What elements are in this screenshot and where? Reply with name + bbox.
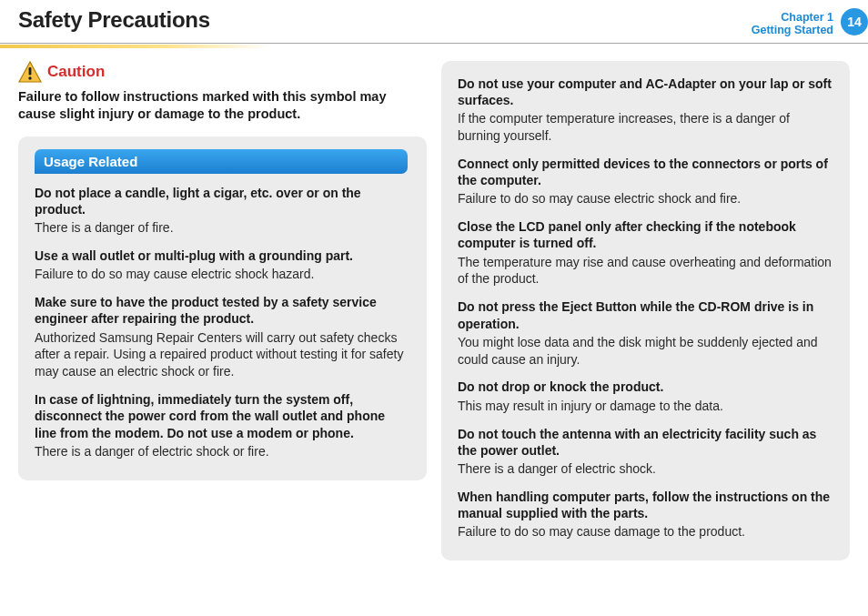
item-heading: In case of lightning, immediately turn t… bbox=[35, 391, 410, 441]
list-item: Make sure to have the product tested by … bbox=[35, 294, 410, 380]
page-number-badge: 14 bbox=[841, 8, 868, 35]
item-body: There is a danger of fire. bbox=[35, 219, 410, 237]
header-right: Chapter 1 Getting Started 14 bbox=[752, 7, 868, 37]
right-panel: Do not use your computer and AC-Adapter … bbox=[441, 61, 850, 560]
item-body: This may result in injury or damage to t… bbox=[458, 398, 833, 415]
header-rule bbox=[0, 43, 868, 46]
list-item: In case of lightning, immediately turn t… bbox=[35, 391, 410, 459]
item-heading: Do not place a candle, light a cigar, et… bbox=[35, 185, 410, 217]
list-item: Do not touch the antenna with an electri… bbox=[458, 426, 833, 478]
chapter-line-2: Getting Started bbox=[752, 24, 833, 36]
item-body: Failure to do so may cause damage to the… bbox=[458, 523, 833, 540]
item-heading: Do not drop or knock the product. bbox=[458, 379, 833, 395]
item-heading: Do not use your computer and AC-Adapter … bbox=[458, 76, 833, 108]
caution-label: Caution bbox=[47, 63, 105, 81]
item-heading: Do not press the Eject Button while the … bbox=[458, 298, 833, 331]
content-columns: Caution Failure to follow instructions m… bbox=[0, 46, 868, 560]
left-column: Caution Failure to follow instructions m… bbox=[18, 61, 427, 560]
list-item: Do not press the Eject Button while the … bbox=[458, 298, 833, 368]
item-heading: When handling computer parts, follow the… bbox=[458, 489, 833, 521]
caution-description: Failure to follow instructions marked wi… bbox=[18, 88, 427, 124]
item-heading: Close the LCD panel only after checking … bbox=[458, 218, 833, 251]
right-column: Do not use your computer and AC-Adapter … bbox=[441, 61, 850, 560]
svg-rect-1 bbox=[29, 67, 32, 76]
item-body: The temperature may rise and cause overh… bbox=[458, 254, 833, 288]
list-item: Close the LCD panel only after checking … bbox=[458, 218, 833, 288]
page-header: Safety Precautions Chapter 1 Getting Sta… bbox=[0, 0, 868, 37]
chapter-line-1: Chapter 1 bbox=[752, 11, 833, 24]
item-heading: Connect only permitted devices to the co… bbox=[458, 156, 833, 188]
item-heading: Do not touch the antenna with an electri… bbox=[458, 426, 833, 459]
list-item: Do not use your computer and AC-Adapter … bbox=[458, 76, 833, 145]
item-heading: Use a wall outlet or multi-plug with a g… bbox=[35, 247, 410, 264]
item-heading: Make sure to have the product tested by … bbox=[35, 294, 410, 327]
caution-heading-row: Caution bbox=[18, 61, 427, 83]
item-body: There is a danger of electric shock or f… bbox=[35, 443, 410, 460]
item-body: Failure to do so may cause electric shoc… bbox=[35, 266, 410, 283]
page-title: Safety Precautions bbox=[18, 7, 210, 33]
list-item: Use a wall outlet or multi-plug with a g… bbox=[35, 247, 410, 283]
chapter-block: Chapter 1 Getting Started bbox=[752, 7, 833, 37]
item-body: Authorized Samsung Repair Centers will c… bbox=[35, 329, 410, 381]
item-body: Failure to do so may cause electric shoc… bbox=[458, 190, 833, 207]
page-root: Safety Precautions Chapter 1 Getting Sta… bbox=[0, 0, 868, 616]
svg-point-2 bbox=[28, 76, 31, 79]
section-pill-usage-related: Usage Related bbox=[35, 149, 408, 174]
left-panel: Usage Related Do not place a candle, lig… bbox=[18, 136, 427, 480]
item-body: You might lose data and the disk might b… bbox=[458, 334, 833, 369]
list-item: Do not drop or knock the product. This m… bbox=[458, 379, 833, 414]
list-item: Do not place a candle, light a cigar, et… bbox=[35, 185, 410, 237]
list-item: When handling computer parts, follow the… bbox=[458, 489, 833, 540]
item-body: If the computer temperature increases, t… bbox=[458, 110, 833, 145]
item-body: There is a danger of electric shock. bbox=[458, 460, 833, 478]
warning-triangle-icon bbox=[18, 61, 42, 83]
list-item: Connect only permitted devices to the co… bbox=[458, 156, 833, 207]
